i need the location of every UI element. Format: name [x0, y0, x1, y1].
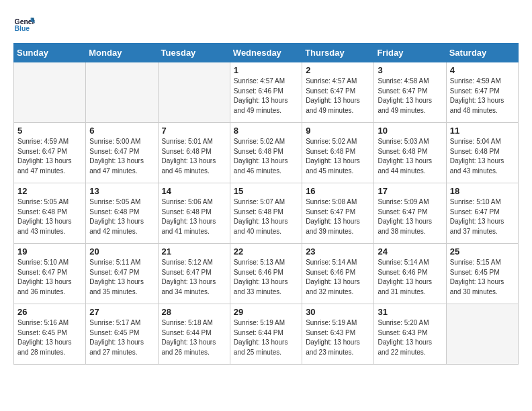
calendar-cell: 18Sunrise: 5:10 AM Sunset: 6:47 PM Dayli…: [446, 183, 518, 244]
day-number: 25: [450, 246, 515, 257]
calendar-cell: 7Sunrise: 5:01 AM Sunset: 6:48 PM Daylig…: [158, 123, 230, 183]
calendar-cell: 22Sunrise: 5:13 AM Sunset: 6:46 PM Dayli…: [230, 244, 302, 304]
day-number: 31: [378, 307, 442, 317]
day-number: 9: [306, 126, 370, 136]
day-info: Sunrise: 5:07 AM Sunset: 6:48 PM Dayligh…: [234, 197, 298, 236]
calendar-cell: 27Sunrise: 5:17 AM Sunset: 6:45 PM Dayli…: [86, 304, 158, 365]
day-number: 7: [162, 126, 226, 136]
day-info: Sunrise: 5:05 AM Sunset: 6:48 PM Dayligh…: [17, 197, 82, 236]
day-info: Sunrise: 5:15 AM Sunset: 6:45 PM Dayligh…: [450, 258, 515, 297]
day-info: Sunrise: 5:06 AM Sunset: 6:48 PM Dayligh…: [162, 197, 226, 236]
day-info: Sunrise: 5:10 AM Sunset: 6:47 PM Dayligh…: [17, 258, 82, 297]
calendar-cell: 8Sunrise: 5:02 AM Sunset: 6:48 PM Daylig…: [230, 123, 302, 183]
calendar-cell: 14Sunrise: 5:06 AM Sunset: 6:48 PM Dayli…: [158, 183, 230, 244]
day-number: 14: [162, 186, 226, 196]
calendar-cell: 31Sunrise: 5:20 AM Sunset: 6:43 PM Dayli…: [374, 304, 446, 365]
day-number: 11: [450, 126, 515, 136]
day-info: Sunrise: 4:57 AM Sunset: 6:46 PM Dayligh…: [234, 77, 298, 116]
day-number: 2: [306, 65, 370, 75]
day-number: 16: [306, 186, 370, 196]
weekday-header: Thursday: [302, 44, 374, 62]
day-number: 3: [378, 65, 442, 75]
calendar-cell: 10Sunrise: 5:03 AM Sunset: 6:48 PM Dayli…: [374, 123, 446, 183]
day-info: Sunrise: 5:19 AM Sunset: 6:44 PM Dayligh…: [234, 318, 298, 357]
page-header: General Blue: [13, 13, 519, 35]
calendar-cell: [158, 62, 230, 123]
weekday-header: Wednesday: [230, 44, 302, 62]
day-number: 8: [234, 126, 298, 136]
calendar-cell: 30Sunrise: 5:19 AM Sunset: 6:43 PM Dayli…: [302, 304, 374, 365]
day-info: Sunrise: 4:59 AM Sunset: 6:47 PM Dayligh…: [17, 137, 82, 176]
weekday-header: Saturday: [446, 44, 518, 62]
day-info: Sunrise: 5:05 AM Sunset: 6:48 PM Dayligh…: [89, 197, 154, 236]
calendar-cell: 11Sunrise: 5:04 AM Sunset: 6:48 PM Dayli…: [446, 123, 518, 183]
logo-icon: General Blue: [13, 13, 35, 35]
calendar-cell: 6Sunrise: 5:00 AM Sunset: 6:47 PM Daylig…: [86, 123, 158, 183]
calendar-cell: 21Sunrise: 5:12 AM Sunset: 6:47 PM Dayli…: [158, 244, 230, 304]
weekday-header: Sunday: [14, 44, 86, 62]
day-number: 24: [378, 246, 442, 257]
day-number: 28: [162, 307, 226, 317]
day-number: 20: [89, 246, 154, 257]
day-info: Sunrise: 5:11 AM Sunset: 6:47 PM Dayligh…: [89, 258, 154, 297]
day-number: 26: [17, 307, 82, 317]
calendar-cell: 28Sunrise: 5:18 AM Sunset: 6:44 PM Dayli…: [158, 304, 230, 365]
day-info: Sunrise: 5:14 AM Sunset: 6:46 PM Dayligh…: [378, 258, 442, 297]
day-info: Sunrise: 5:18 AM Sunset: 6:44 PM Dayligh…: [162, 318, 226, 357]
day-info: Sunrise: 5:16 AM Sunset: 6:45 PM Dayligh…: [17, 318, 82, 357]
calendar-cell: 23Sunrise: 5:14 AM Sunset: 6:46 PM Dayli…: [302, 244, 374, 304]
day-info: Sunrise: 4:59 AM Sunset: 6:47 PM Dayligh…: [450, 77, 515, 116]
day-number: 12: [17, 186, 82, 196]
day-number: 15: [234, 186, 298, 196]
day-info: Sunrise: 5:19 AM Sunset: 6:43 PM Dayligh…: [306, 318, 370, 357]
day-info: Sunrise: 5:09 AM Sunset: 6:47 PM Dayligh…: [378, 197, 442, 236]
day-info: Sunrise: 4:58 AM Sunset: 6:47 PM Dayligh…: [378, 77, 442, 116]
calendar-cell: 9Sunrise: 5:02 AM Sunset: 6:48 PM Daylig…: [302, 123, 374, 183]
day-info: Sunrise: 5:14 AM Sunset: 6:46 PM Dayligh…: [306, 258, 370, 297]
day-info: Sunrise: 5:12 AM Sunset: 6:47 PM Dayligh…: [162, 258, 226, 297]
day-number: 30: [306, 307, 370, 317]
day-info: Sunrise: 5:03 AM Sunset: 6:48 PM Dayligh…: [378, 137, 442, 176]
calendar-header: SundayMondayTuesdayWednesdayThursdayFrid…: [14, 44, 519, 62]
calendar-cell: 16Sunrise: 5:08 AM Sunset: 6:47 PM Dayli…: [302, 183, 374, 244]
weekday-header: Tuesday: [158, 44, 230, 62]
calendar-cell: 20Sunrise: 5:11 AM Sunset: 6:47 PM Dayli…: [86, 244, 158, 304]
day-info: Sunrise: 5:04 AM Sunset: 6:48 PM Dayligh…: [450, 137, 515, 176]
calendar-cell: 25Sunrise: 5:15 AM Sunset: 6:45 PM Dayli…: [446, 244, 518, 304]
weekday-header: Friday: [374, 44, 446, 62]
weekday-header: Monday: [86, 44, 158, 62]
calendar-cell: 2Sunrise: 4:57 AM Sunset: 6:47 PM Daylig…: [302, 62, 374, 123]
calendar-cell: 13Sunrise: 5:05 AM Sunset: 6:48 PM Dayli…: [86, 183, 158, 244]
day-number: 1: [234, 65, 298, 75]
day-number: 23: [306, 246, 370, 257]
calendar-cell: 17Sunrise: 5:09 AM Sunset: 6:47 PM Dayli…: [374, 183, 446, 244]
day-number: 6: [89, 126, 154, 136]
calendar-cell: [14, 62, 86, 123]
day-number: 13: [89, 186, 154, 196]
day-number: 29: [234, 307, 298, 317]
calendar-cell: 1Sunrise: 4:57 AM Sunset: 6:46 PM Daylig…: [230, 62, 302, 123]
calendar-cell: 4Sunrise: 4:59 AM Sunset: 6:47 PM Daylig…: [446, 62, 518, 123]
day-number: 17: [378, 186, 442, 196]
day-number: 18: [450, 186, 515, 196]
day-info: Sunrise: 5:00 AM Sunset: 6:47 PM Dayligh…: [89, 137, 154, 176]
day-info: Sunrise: 5:17 AM Sunset: 6:45 PM Dayligh…: [89, 318, 154, 357]
logo: General Blue: [13, 13, 38, 35]
calendar-table: SundayMondayTuesdayWednesdayThursdayFrid…: [13, 43, 519, 365]
calendar-cell: 12Sunrise: 5:05 AM Sunset: 6:48 PM Dayli…: [14, 183, 86, 244]
calendar-cell: 3Sunrise: 4:58 AM Sunset: 6:47 PM Daylig…: [374, 62, 446, 123]
day-number: 21: [162, 246, 226, 257]
calendar-cell: 15Sunrise: 5:07 AM Sunset: 6:48 PM Dayli…: [230, 183, 302, 244]
day-info: Sunrise: 5:10 AM Sunset: 6:47 PM Dayligh…: [450, 197, 515, 236]
day-number: 27: [89, 307, 154, 317]
day-info: Sunrise: 5:20 AM Sunset: 6:43 PM Dayligh…: [378, 318, 442, 357]
day-number: 4: [450, 65, 515, 75]
calendar-cell: [86, 62, 158, 123]
calendar-cell: 26Sunrise: 5:16 AM Sunset: 6:45 PM Dayli…: [14, 304, 86, 365]
day-info: Sunrise: 5:13 AM Sunset: 6:46 PM Dayligh…: [234, 258, 298, 297]
day-number: 10: [378, 126, 442, 136]
day-info: Sunrise: 5:08 AM Sunset: 6:47 PM Dayligh…: [306, 197, 370, 236]
calendar-cell: 19Sunrise: 5:10 AM Sunset: 6:47 PM Dayli…: [14, 244, 86, 304]
day-number: 5: [17, 126, 82, 136]
day-info: Sunrise: 5:01 AM Sunset: 6:48 PM Dayligh…: [162, 137, 226, 176]
